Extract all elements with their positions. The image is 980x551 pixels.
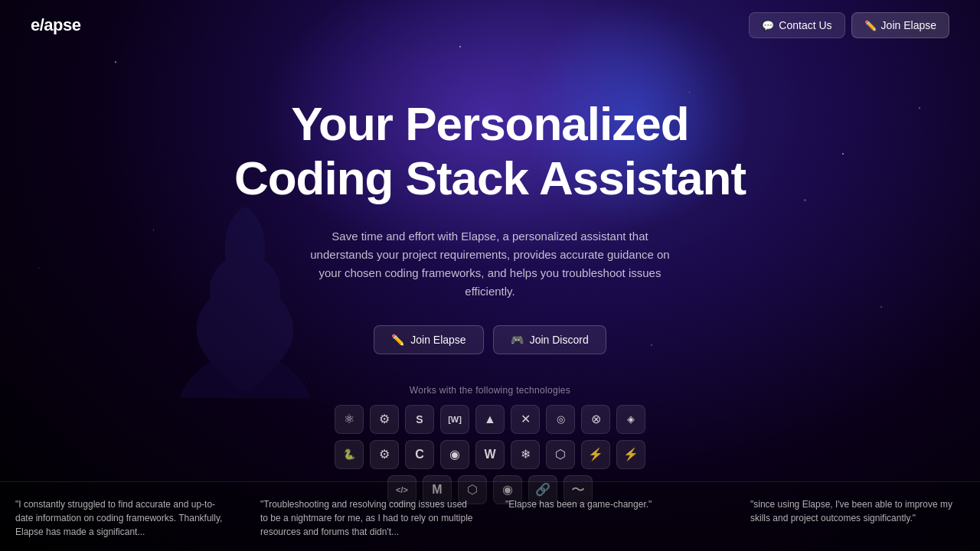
contact-icon: 💬 xyxy=(762,20,774,31)
bolt-icon[interactable]: ⚡ xyxy=(616,440,645,469)
openai-icon[interactable]: ◎ xyxy=(546,405,575,434)
python-icon[interactable]: 🐍 xyxy=(335,440,364,469)
join-elapse-label: Join Elapse xyxy=(410,334,466,346)
hero-subtitle: Save time and effort with Elapse, a pers… xyxy=(299,227,681,301)
node-icon[interactable]: ⚙ xyxy=(370,405,399,434)
testimonial-2: "Troubleshooting and resolving coding is… xyxy=(245,481,490,551)
tech-label: Works with the following technologies xyxy=(410,385,570,396)
testimonial-3: "Elapse has been a game-changer." xyxy=(490,481,735,551)
vite-icon[interactable]: ◈ xyxy=(616,405,645,434)
testimonial-1-text: "I constantly struggled to find accurate… xyxy=(15,497,230,539)
testimonial-2-text: "Troubleshooting and resolving coding is… xyxy=(260,497,475,539)
join-discord-button[interactable]: 🎮 Join Discord xyxy=(493,325,606,354)
angular-icon[interactable]: ◉ xyxy=(440,440,469,469)
hero-section: Your Personalized Coding Stack Assistant… xyxy=(0,51,980,551)
discord-icon: 🎮 xyxy=(511,334,524,346)
cta-buttons: ✏️ Join Elapse 🎮 Join Discord xyxy=(374,325,606,354)
circle-badge-icon[interactable]: ⊗ xyxy=(581,405,610,434)
svelte-icon[interactable]: S xyxy=(405,405,434,434)
webflow-icon[interactable]: [W] xyxy=(440,405,469,434)
testimonials-section: "I constantly struggled to find accurate… xyxy=(0,481,980,551)
next-icon[interactable]: ▲ xyxy=(475,405,505,434)
join-elapse-icon: ✏️ xyxy=(391,334,404,346)
join-nav-icon: ✏️ xyxy=(864,20,877,31)
wordpress-icon[interactable]: W xyxy=(475,440,505,469)
contact-label: Contact Us xyxy=(779,19,831,31)
tech-row-1: ⚛ ⚙ S [W] ▲ ✕ ◎ ⊗ ◈ xyxy=(335,405,645,434)
header: e/apse 💬 Contact Us ✏️ Join Elapse xyxy=(0,0,980,51)
rust-icon[interactable]: ⚙ xyxy=(370,440,399,469)
join-nav-label: Join Elapse xyxy=(881,19,936,31)
join-discord-label: Join Discord xyxy=(530,334,589,346)
lightning-icon[interactable]: ⚡ xyxy=(581,440,610,469)
join-elapse-nav-button[interactable]: ✏️ Join Elapse xyxy=(851,12,949,38)
tech-row-2: 🐍 ⚙ C ◉ W ❄ ⬡ ⚡ ⚡ xyxy=(335,440,645,469)
testimonial-1: "I constantly struggled to find accurate… xyxy=(0,481,245,551)
logo: e/apse xyxy=(31,15,81,35)
testimonial-4-text: "since using Elapse, I've been able to i… xyxy=(750,497,965,525)
page-content: e/apse 💬 Contact Us ✏️ Join Elapse Your … xyxy=(0,0,980,551)
chakra-icon[interactable]: C xyxy=(405,440,434,469)
testimonial-4: "since using Elapse, I've been able to i… xyxy=(735,481,980,551)
contact-us-button[interactable]: 💬 Contact Us xyxy=(749,12,844,38)
nav-right: 💬 Contact Us ✏️ Join Elapse xyxy=(749,12,949,38)
join-elapse-button[interactable]: ✏️ Join Elapse xyxy=(374,325,483,354)
database-icon[interactable]: ⬡ xyxy=(546,440,575,469)
testimonial-3-text: "Elapse has been a game-changer." xyxy=(505,497,720,511)
snowflake-icon[interactable]: ❄ xyxy=(511,440,540,469)
react-icon[interactable]: ⚛ xyxy=(335,405,364,434)
logo-text: e/apse xyxy=(31,15,81,34)
close-x-icon[interactable]: ✕ xyxy=(511,405,540,434)
hero-title: Your Personalized Coding Stack Assistant xyxy=(222,96,758,206)
